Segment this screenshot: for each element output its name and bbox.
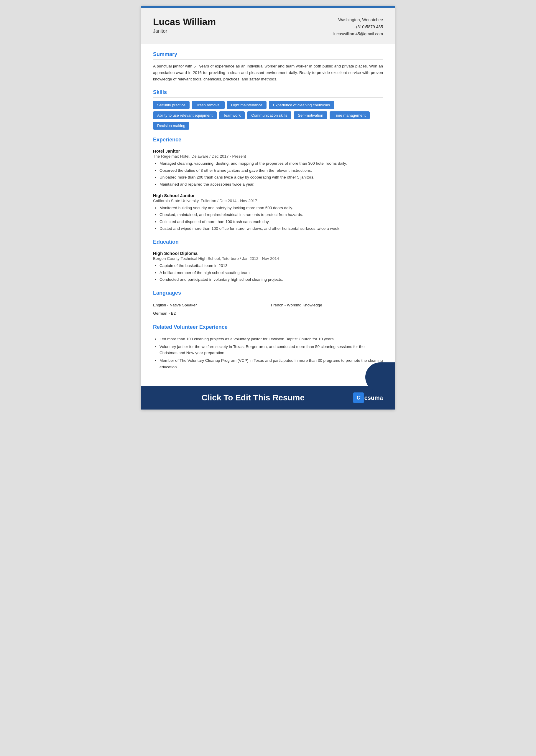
languages-divider xyxy=(153,298,383,298)
skill-tag: Security practice xyxy=(153,101,189,109)
language-item: English - Native Speaker xyxy=(153,302,265,309)
candidate-name: Lucas William xyxy=(153,16,216,27)
exp-bullet-list: Monitored building security and safety b… xyxy=(159,205,383,232)
language-item: French - Working Knowledge xyxy=(271,302,383,309)
language-item: German - B2 xyxy=(153,310,265,317)
experience-item: High School JanitorCalifornia State Univ… xyxy=(153,193,383,232)
experience-items: Hotel JanitorThe Regelmax Hotel, Delawar… xyxy=(153,148,383,232)
languages-title: Languages xyxy=(153,290,383,296)
resume-header: Lucas William Janitor Washington, Wenatc… xyxy=(141,8,395,44)
list-item: Conducted and participated in voluntary … xyxy=(159,276,383,283)
resume-document: Lucas William Janitor Washington, Wenatc… xyxy=(141,6,395,410)
education-title: Education xyxy=(153,239,383,245)
education-section: Education High School DiplomaBergen Coun… xyxy=(153,239,383,283)
skill-tag: Decision making xyxy=(153,122,189,130)
header-left: Lucas William Janitor xyxy=(153,16,216,34)
list-item: Managed cleaning, vacuuming, dusting, an… xyxy=(159,160,383,167)
list-item: Led more than 100 cleaning projects as a… xyxy=(159,336,383,342)
cta-logo: C esuma xyxy=(353,393,383,403)
skills-divider xyxy=(153,97,383,98)
exp-company: California State University, Fullerton /… xyxy=(153,199,383,203)
list-item: Unloaded more than 200 trash cans twice … xyxy=(159,174,383,181)
list-item: Observed the duties of 3 other trainee j… xyxy=(159,167,383,174)
experience-item: Hotel JanitorThe Regelmax Hotel, Delawar… xyxy=(153,148,383,187)
list-item: Monitored building security and safety b… xyxy=(159,205,383,211)
skills-container: Security practiceTrash removalLight main… xyxy=(153,101,383,130)
edu-degree: High School Diploma xyxy=(153,251,383,256)
cta-text[interactable]: Click To Edit This Resume xyxy=(153,393,353,402)
list-item: Dusted and wiped more than 100 office fu… xyxy=(159,225,383,232)
list-item: Collected and disposed of more than 100 … xyxy=(159,219,383,225)
cta-bar[interactable]: Click To Edit This Resume C esuma xyxy=(141,386,395,410)
skills-section: Skills Security practiceTrash removalLig… xyxy=(153,89,383,130)
experience-section: Experience Hotel JanitorThe Regelmax Hot… xyxy=(153,137,383,232)
summary-title: Summary xyxy=(153,51,383,57)
edu-institution: Bergen County Technical High School, Tet… xyxy=(153,256,383,261)
header-contact: Washington, Wenatchee +(310)5879 485 luc… xyxy=(333,16,383,37)
top-accent-bar xyxy=(141,6,395,8)
skill-tag: Time management xyxy=(330,111,370,119)
skill-tag: Self-motivation xyxy=(294,111,327,119)
summary-text: A punctual janitor with 5+ years of expe… xyxy=(153,63,383,82)
main-content: Summary A punctual janitor with 5+ years… xyxy=(141,44,395,386)
contact-email: lucaswilliam45@gmail.com xyxy=(333,31,383,38)
contact-location: Washington, Wenatchee xyxy=(333,16,383,23)
skill-tag: Experience of cleaning chemicals xyxy=(269,101,334,109)
candidate-title: Janitor xyxy=(153,29,216,34)
volunteer-section: Related Volunteer Experience Led more th… xyxy=(153,324,383,370)
volunteer-bullets: Led more than 100 cleaning projects as a… xyxy=(159,336,383,370)
exp-role: Hotel Janitor xyxy=(153,148,383,153)
skills-title: Skills xyxy=(153,89,383,95)
volunteer-divider xyxy=(153,332,383,332)
logo-text: esuma xyxy=(364,394,383,401)
list-item: A brilliant member of the high school sc… xyxy=(159,269,383,276)
list-item: Member of The Voluntary Cleanup Program … xyxy=(159,357,383,370)
exp-company: The Regelmax Hotel, Delaware / Dec 2017 … xyxy=(153,154,383,159)
skill-tag: Light maintenance xyxy=(227,101,267,109)
skill-tag: Communication skills xyxy=(247,111,291,119)
decorative-circle xyxy=(365,362,395,392)
skill-tag: Trash removal xyxy=(192,101,225,109)
contact-phone: +(310)5879 485 xyxy=(333,23,383,31)
skill-tag: Ability to use relevant equipment xyxy=(153,111,217,119)
education-items: High School DiplomaBergen County Technic… xyxy=(153,251,383,283)
languages-section: Languages English - Native SpeakerFrench… xyxy=(153,290,383,317)
volunteer-title: Related Volunteer Experience xyxy=(153,324,383,330)
experience-title: Experience xyxy=(153,137,383,143)
summary-section: Summary A punctual janitor with 5+ years… xyxy=(153,51,383,82)
exp-bullet-list: Managed cleaning, vacuuming, dusting, an… xyxy=(159,160,383,187)
education-item: High School DiplomaBergen County Technic… xyxy=(153,251,383,283)
logo-icon: C xyxy=(353,393,364,403)
list-item: Voluntary janitor for the welfare societ… xyxy=(159,343,383,356)
skill-tag: Teamwork xyxy=(219,111,245,119)
languages-grid: English - Native SpeakerFrench - Working… xyxy=(153,302,383,317)
exp-role: High School Janitor xyxy=(153,193,383,198)
edu-bullet-list: Captain of the basketball team in 2013A … xyxy=(159,263,383,283)
list-item: Maintained and repaired the accessories … xyxy=(159,181,383,188)
list-item: Checked, maintained, and repaired electr… xyxy=(159,211,383,218)
list-item: Captain of the basketball team in 2013 xyxy=(159,263,383,269)
